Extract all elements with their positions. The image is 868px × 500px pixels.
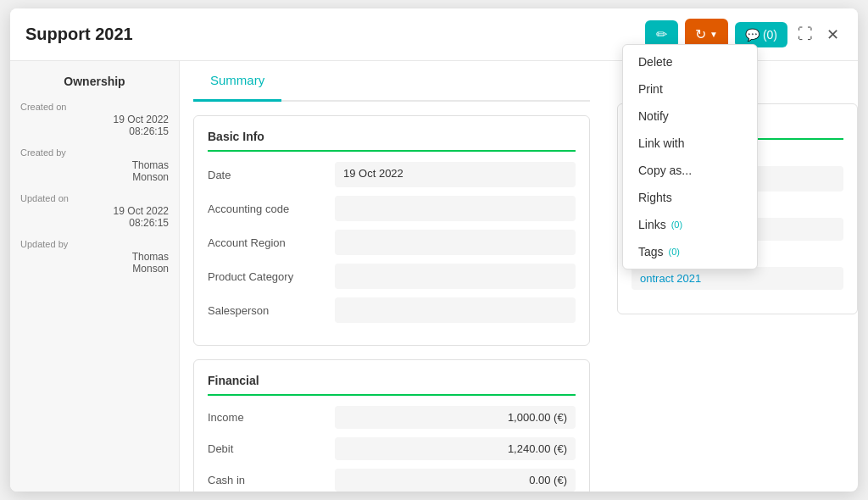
close-icon: ✕ xyxy=(826,26,839,43)
links-badge: (0) xyxy=(671,219,682,230)
sidebar-label-created-on: Created on xyxy=(20,102,169,112)
dropdown-item-tags[interactable]: Tags (0) xyxy=(623,238,757,265)
dropdown-item-print[interactable]: Print xyxy=(623,75,757,103)
dropdown-item-notify[interactable]: Notify xyxy=(623,103,757,130)
rel-value-contract[interactable]: ontract 2021 xyxy=(632,267,843,290)
financial-section: Financial Income 1,000.00 (€) Debit 1,24… xyxy=(193,359,590,492)
form-label-product-category: Product Category xyxy=(208,270,335,283)
tab-summary[interactable]: Summary xyxy=(193,61,281,102)
form-row-account-region: Account Region xyxy=(208,230,576,255)
sidebar-updated-on: Updated on 19 Oct 202208:26:15 xyxy=(20,193,169,229)
financial-title: Financial xyxy=(208,374,576,396)
dropdown-item-links[interactable]: Links (0) xyxy=(623,211,757,238)
dropdown-label-rights: Rights xyxy=(638,191,672,204)
financial-label-debit: Debit xyxy=(208,442,335,455)
main-panel: Summary Basic Info Date 19 Oct 2022 Acco… xyxy=(180,61,604,492)
basic-info-section: Basic Info Date 19 Oct 2022 Accounting c… xyxy=(193,115,590,346)
sidebar-title: Ownership xyxy=(20,75,169,88)
financial-label-income: Income xyxy=(208,411,335,424)
financial-value-income: 1,000.00 (€) xyxy=(335,406,576,429)
form-row-accounting-code: Accounting code xyxy=(208,196,576,221)
sidebar-value-created-on: 19 Oct 202208:26:15 xyxy=(20,114,169,137)
form-row-salesperson: Salesperson xyxy=(208,297,576,323)
sidebar-label-updated-by: Updated by xyxy=(20,239,169,249)
comment-count: (0) xyxy=(763,28,777,42)
window-title: Support 2021 xyxy=(25,25,133,44)
dropdown-menu: Delete Print Notify Link with Copy as...… xyxy=(622,44,758,269)
form-label-account-region: Account Region xyxy=(208,236,335,249)
tab-summary-label: Summary xyxy=(210,73,264,87)
sidebar-created-by: Created by ThomasMonson xyxy=(20,147,169,183)
dropdown-item-copyas[interactable]: Copy as... xyxy=(623,157,757,184)
comment-icon: 💬 xyxy=(745,28,760,42)
form-row-date: Date 19 Oct 2022 xyxy=(208,162,576,187)
dropdown-item-linkwith[interactable]: Link with xyxy=(623,130,757,157)
dropdown-label-links: Links xyxy=(638,218,666,231)
fullscreen-icon: ⛶ xyxy=(798,25,813,42)
fullscreen-button[interactable]: ⛶ xyxy=(794,22,816,47)
financial-label-cashin: Cash in xyxy=(208,474,335,486)
tags-badge: (0) xyxy=(669,247,680,257)
form-label-salesperson: Salesperson xyxy=(208,304,335,317)
form-value-salesperson[interactable] xyxy=(335,297,576,323)
form-value-accounting-code[interactable] xyxy=(335,196,576,221)
sidebar-value-created-by: ThomasMonson xyxy=(20,159,169,183)
basic-info-title: Basic Info xyxy=(208,130,576,152)
close-button[interactable]: ✕ xyxy=(823,22,843,47)
sidebar-value-updated-by: ThomasMonson xyxy=(20,251,169,275)
dropdown-item-delete[interactable]: Delete xyxy=(623,48,757,75)
financial-value-cashin: 0.00 (€) xyxy=(335,469,576,492)
form-label-date: Date xyxy=(208,169,335,181)
main-window: Support 2021 ✏ ↻ ▼ 💬 (0) ⛶ ✕ Delete xyxy=(10,8,858,492)
financial-row-debit: Debit 1,240.00 (€) xyxy=(208,437,576,460)
dropdown-label-delete: Delete xyxy=(638,55,672,69)
sync-icon: ↻ xyxy=(695,26,706,42)
financial-value-debit: 1,240.00 (€) xyxy=(335,437,576,460)
form-value-product-category[interactable] xyxy=(335,264,576,289)
financial-row-income: Income 1,000.00 (€) xyxy=(208,406,576,429)
form-label-accounting-code: Accounting code xyxy=(208,203,335,215)
dropdown-item-rights[interactable]: Rights xyxy=(623,184,757,211)
form-value-date[interactable]: 19 Oct 2022 xyxy=(335,162,576,187)
form-value-account-region[interactable] xyxy=(335,230,576,255)
tabs: Summary xyxy=(193,61,590,102)
sidebar-value-updated-on: 19 Oct 202208:26:15 xyxy=(20,205,169,229)
sidebar: Ownership Created on 19 Oct 202208:26:15… xyxy=(10,61,180,492)
chevron-down-icon: ▼ xyxy=(709,30,718,39)
form-row-product-category: Product Category xyxy=(208,264,576,289)
edit-icon: ✏ xyxy=(656,26,667,42)
dropdown-label-print: Print xyxy=(638,82,663,96)
sidebar-created-on: Created on 19 Oct 202208:26:15 xyxy=(20,102,169,137)
sidebar-updated-by: Updated by ThomasMonson xyxy=(20,239,169,275)
sidebar-label-updated-on: Updated on xyxy=(20,193,169,203)
sidebar-label-created-by: Created by xyxy=(20,147,169,158)
dropdown-label-notify: Notify xyxy=(638,109,669,123)
comment-button[interactable]: 💬 (0) xyxy=(735,22,787,47)
dropdown-label-tags: Tags xyxy=(638,245,664,258)
dropdown-label-copyas: Copy as... xyxy=(638,164,692,177)
dropdown-label-linkwith: Link with xyxy=(638,136,684,150)
financial-row-cashin: Cash in 0.00 (€) xyxy=(208,469,576,492)
